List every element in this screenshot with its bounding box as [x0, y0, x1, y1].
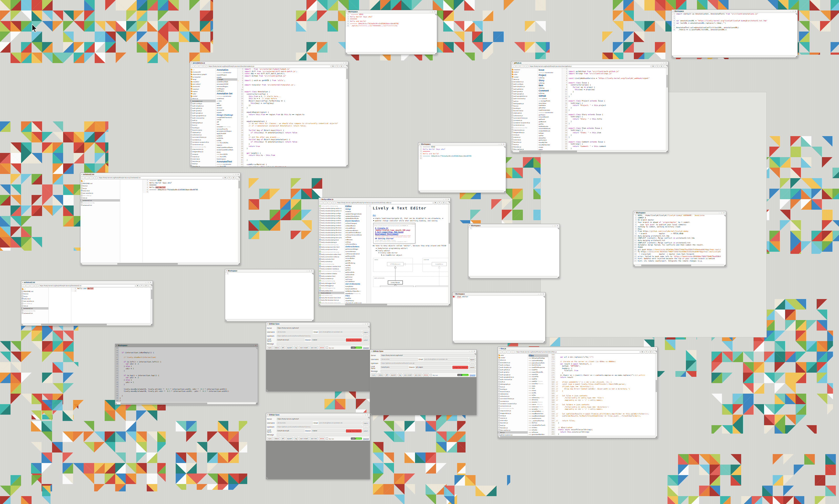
outline-item[interactable]: applyTextDiff	[217, 132, 237, 135]
file-item[interactable]: writetest4.txt	[21, 312, 48, 314]
file-item[interactable]: bootlog.js	[190, 126, 216, 129]
modules-icon-button[interactable]: ❖	[641, 350, 644, 354]
file-item[interactable]: crayoncolors.js	[511, 129, 538, 131]
close-button[interactable]: ✕	[723, 212, 725, 214]
code-line[interactable]: 189	[548, 401, 657, 403]
code-line[interactable]: 29 }	[115, 383, 258, 386]
window-br-lively[interactable]: ≡lively-editor.js–□✕←→↑⌂https://lively-k…	[318, 198, 451, 306]
outline-item[interactable]: issueByTitle	[539, 141, 562, 144]
file-item[interactable]: lively-container-navbar.html	[319, 265, 344, 268]
code-line[interactable]: 30 }	[238, 134, 348, 137]
outline-item[interactable]: equalsRegion	[217, 74, 237, 76]
file-item[interactable]: collections.js	[190, 133, 216, 136]
outline-item[interactable]: currentVersion	[345, 250, 366, 253]
code-line[interactable]: 39 return this.to - this.from	[238, 154, 348, 157]
outline-item[interactable]: staticfillCachedFileMap	[529, 357, 548, 359]
outline-item[interactable]: deleteFile	[539, 137, 562, 139]
outline-item[interactable]: equals	[217, 76, 237, 78]
code-line[interactable]: 171 // iterate on the server vs client (…	[548, 361, 657, 363]
imprint-link[interactable]: imprint	[363, 438, 369, 439]
file-item[interactable]: essay.js	[511, 133, 538, 136]
code-line[interactable]: 15export class Project extends Issue {	[562, 100, 668, 102]
outline-pane[interactable]: EditorSetupinitializeupdateChangeIndicat…	[345, 204, 367, 306]
file-list[interactable]: ../ContextJS/dependency-graph/js-beautif…	[190, 68, 216, 167]
code-line[interactable]: 6	[418, 157, 506, 160]
outline-item[interactable]: getURLString	[345, 262, 366, 264]
outline-item[interactable]: getURL	[345, 259, 366, 262]
outline-item[interactable]: setCursor	[345, 278, 366, 281]
titlebar[interactable]: ≡github.js–□✕	[511, 61, 668, 65]
code-line[interactable]: 191// .filter(entry => entry.type === 'd…	[548, 406, 657, 408]
close-button[interactable]: ✕	[447, 198, 450, 201]
code-line[interactable]: 33	[115, 393, 258, 395]
code-line[interactable]: 1	[468, 227, 559, 230]
titlebar[interactable]: ≡writetest2.txt–□✕	[21, 281, 153, 284]
file-item[interactable]: reactive/	[511, 68, 538, 71]
email-input[interactable]: jens.lincke@hpi.uni-potsdam.de	[318, 421, 362, 425]
code-line[interactable]: 21 } else {	[115, 365, 258, 367]
file-list[interactable]: reactive/triples/utils/vivide/about.jsan…	[511, 68, 538, 152]
file-list[interactable]: ../README.mdboot.jsfoo.jshello.htmlswx-a…	[81, 179, 120, 265]
file-list[interactable]: utils/vivide/about.jsannotations.jsauth-…	[498, 354, 528, 438]
up-button[interactable]: ↑	[328, 201, 331, 204]
resize-grip-bottom-right[interactable]	[543, 341, 545, 343]
outline-item[interactable]: Setup	[345, 208, 366, 211]
code-line[interactable]: 18 ! [rejected] master -> master (non-fa…	[633, 253, 726, 255]
outline-item[interactable]: getVersionWidget	[345, 248, 366, 250]
close-button[interactable]: ✕	[794, 10, 797, 13]
code-line[interactable]: 203 }	[548, 433, 657, 435]
file-item[interactable]: command-history.js	[498, 397, 528, 400]
home-button[interactable]: ⌂	[203, 65, 207, 68]
minimize-button[interactable]: –	[340, 62, 343, 65]
code-line[interactable]: 4	[562, 75, 668, 77]
code-line[interactable]: 26 var ydir = -1	[115, 377, 258, 379]
log-button[interactable]: log	[294, 346, 298, 349]
code-line[interactable]: 1Hello and World!	[71, 287, 153, 290]
code-line[interactable]: 185	[548, 392, 657, 395]
file-item[interactable]: about.js	[190, 97, 216, 100]
username-input[interactable]: JensLincke	[277, 330, 313, 334]
outline-item[interactable]: staticwalkDir* Recursi	[529, 380, 548, 383]
edit-icon-button[interactable]: ✎	[140, 284, 144, 287]
outline-item[interactable]: static_sortIntoFileTree	[529, 420, 548, 422]
code-line[interactable]: 6	[562, 79, 668, 82]
file-item[interactable]: boot.js	[21, 292, 48, 295]
outline-item[interactable]: setText	[345, 267, 366, 269]
file-item[interactable]: auth-gmail.js	[498, 371, 528, 373]
code-editor[interactable]: 1import _ from 'src/external/lodash/loda…	[238, 68, 348, 167]
outline-item[interactable]: Getters/Setters	[345, 246, 366, 248]
code-line[interactable]: 198 }	[548, 422, 657, 424]
file-item[interactable]: ../	[81, 180, 120, 182]
titlebar[interactable]: ≡Workspace–□✕	[453, 292, 545, 295]
vertical-scroll-thumb[interactable]	[449, 223, 450, 244]
resize-grip-top-right[interactable]	[368, 417, 369, 419]
dry-run-checkbox[interactable]	[326, 347, 328, 349]
code-line[interactable]: 34 }	[115, 395, 258, 397]
code-line[interactable]: 184// }	[548, 390, 657, 392]
forward-button[interactable]: →	[324, 201, 327, 204]
outline-item[interactable]: clone	[217, 151, 237, 154]
resize-grip-bottom-right[interactable]	[151, 323, 152, 325]
code-line[interactable]: 5>>>>>>> 304a24cbcf762da5a38cd2d558028ab…	[346, 23, 437, 25]
window-ws-git[interactable]: ≡Workspace–□✕1REPO: /home/lively4/lively…	[633, 211, 726, 267]
file-item[interactable]: utils/	[190, 92, 216, 95]
window-menu-icon[interactable]: ≡	[319, 198, 320, 201]
file-item[interactable]: writetest2.txt.l4a	[81, 201, 120, 204]
logout-button[interactable]: logout	[469, 358, 475, 361]
close-button[interactable]: ✕	[367, 323, 369, 325]
file-item[interactable]: morphic/	[190, 80, 216, 83]
file-item[interactable]: auth-microsoft.js	[511, 97, 538, 100]
outline-item[interactable]: annotationsInRegion	[217, 130, 237, 132]
url-input[interactable]: https://lively-kernel.org/lively4/lively…	[98, 176, 223, 179]
file-item[interactable]: annotations.js	[498, 361, 528, 364]
file-item[interactable]: fileindex.js	[190, 165, 216, 167]
titlebar[interactable]: ≡files.js–□✕	[498, 347, 657, 350]
code-line[interactable]: 3On branch master	[633, 219, 726, 221]
merge-from-branch-button[interactable]: merge from branch	[452, 366, 468, 369]
window-ws-intersect[interactable]: ≡Workspace–□✕131415 if (intersection.isN…	[115, 344, 258, 405]
code-line[interactable]: 2Hello World! Says who?	[346, 16, 437, 18]
code-line[interactable]: 28 ydir = 1	[115, 381, 258, 384]
code-line[interactable]: 38 get length() {	[238, 152, 348, 155]
code-line[interactable]: 200 // #Depricated	[548, 427, 657, 429]
file-item[interactable]: README.md	[21, 290, 48, 292]
